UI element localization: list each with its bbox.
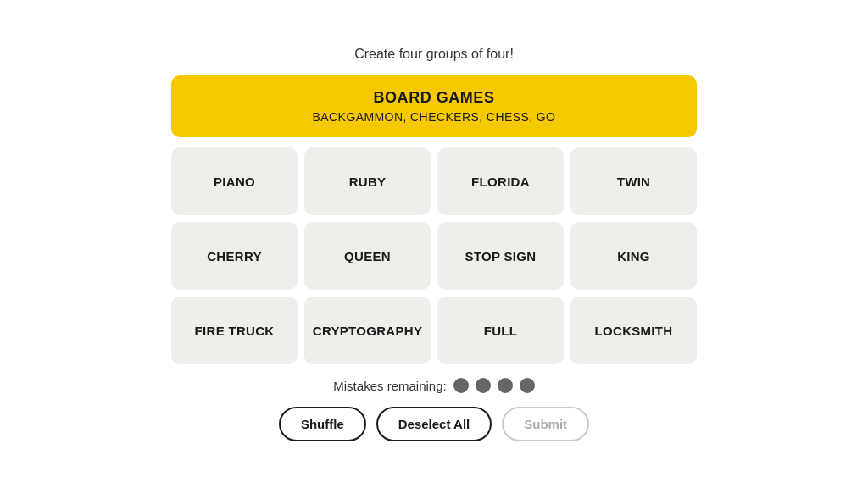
mistakes-row: Mistakes remaining:	[333, 378, 534, 393]
card-piano[interactable]: PIANO	[171, 147, 298, 215]
mistake-dot-2	[476, 378, 491, 393]
card-label-fire-truck: FIRE TRUCK	[195, 324, 275, 338]
revealed-group-title: BOARD GAMES	[188, 89, 680, 107]
mistakes-label: Mistakes remaining:	[333, 379, 446, 393]
subtitle: Create four groups of four!	[354, 47, 514, 62]
card-label-locksmith: LOCKSMITH	[595, 324, 673, 338]
card-king[interactable]: KING	[570, 222, 697, 290]
card-florida[interactable]: FLORIDA	[437, 147, 564, 215]
card-twin[interactable]: TWIN	[570, 147, 697, 215]
card-queen[interactable]: QUEEN	[304, 222, 431, 290]
shuffle-button[interactable]: Shuffle	[279, 407, 366, 441]
card-label-stop-sign: STOP SIGN	[465, 249, 537, 263]
submit-button[interactable]: Submit	[502, 407, 589, 441]
mistake-dot-4	[520, 378, 535, 393]
card-locksmith[interactable]: LOCKSMITH	[570, 297, 697, 364]
card-label-florida: FLORIDA	[471, 175, 530, 189]
mistake-dot-3	[498, 378, 513, 393]
revealed-group-items: BACKGAMMON, CHECKERS, CHESS, GO	[188, 110, 680, 124]
card-label-king: KING	[617, 249, 650, 263]
card-label-full: FULL	[484, 324, 518, 338]
card-cryptography[interactable]: CRYPTOGRAPHY	[304, 297, 431, 364]
card-full[interactable]: FULL	[437, 297, 564, 364]
card-label-cryptography: CRYPTOGRAPHY	[313, 324, 422, 338]
card-label-queen: QUEEN	[344, 249, 391, 263]
card-ruby[interactable]: RUBY	[304, 147, 431, 215]
mistake-dot-1	[453, 378, 469, 393]
card-label-cherry: CHERRY	[207, 249, 262, 263]
card-cherry[interactable]: CHERRY	[171, 222, 298, 290]
deselect-all-button[interactable]: Deselect All	[376, 407, 492, 441]
revealed-group-board-games: BOARD GAMES BACKGAMMON, CHECKERS, CHESS,…	[171, 75, 697, 137]
card-fire-truck[interactable]: FIRE TRUCK	[171, 297, 298, 364]
card-label-ruby: RUBY	[349, 175, 387, 189]
card-stop-sign[interactable]: STOP SIGN	[437, 222, 564, 290]
action-buttons: Shuffle Deselect All Submit	[279, 407, 589, 441]
card-label-piano: PIANO	[214, 175, 255, 189]
word-grid: PIANORUBYFLORIDATWINCHERRYQUEENSTOP SIGN…	[171, 147, 697, 364]
game-container: Create four groups of four! BOARD GAMES …	[171, 47, 697, 441]
card-label-twin: TWIN	[617, 175, 651, 189]
